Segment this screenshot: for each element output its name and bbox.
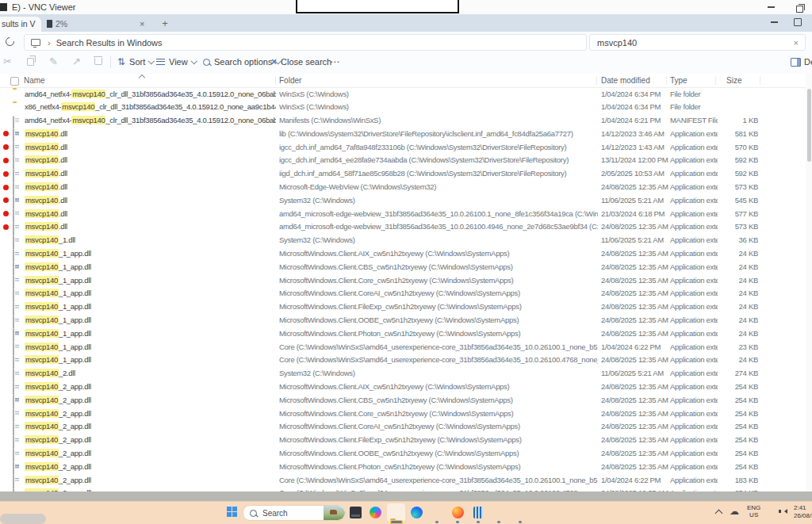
name-post: .dll (59, 196, 67, 205)
table-row[interactable]: msvcp140.dll iigd_dch.inf_amd64_58f71ae8… (0, 167, 806, 181)
explorer-maximize-button[interactable] (787, 16, 809, 29)
table-row[interactable]: msvcp140_1_app.dll MicrosoftWindows.Clie… (0, 247, 806, 261)
volume-icon[interactable] (782, 509, 787, 514)
name-post: _2_app.dll (59, 476, 91, 484)
table-row[interactable]: msvcp140_2_app.dll MicrosoftWindows.Clie… (0, 460, 806, 473)
table-row[interactable]: msvcp140_1_app.dll MicrosoftWindows.Clie… (0, 314, 806, 327)
table-row[interactable]: msvcp140_1.dll System32 (C:\Windows) 11/… (0, 234, 806, 247)
language-indicator[interactable]: ENG US (747, 504, 760, 518)
cell-size: 24 KB (696, 329, 758, 338)
column-header-name[interactable]: Name (24, 76, 45, 85)
table-row[interactable]: msvcp140.dll amd64_microsoft-edge-webvie… (0, 220, 806, 234)
running-indicator (456, 521, 459, 523)
clear-search-icon[interactable]: × (794, 38, 799, 48)
table-row[interactable]: x86_netfx4-msvcp140_clr_dll_31bf3856ad36… (0, 101, 806, 114)
onedrive-cloud-icon[interactable]: ☁ (730, 506, 739, 517)
table-row[interactable]: msvcp140.dll System32 (C:\Windows) 11/06… (0, 193, 806, 207)
column-header-date[interactable]: Date modified (601, 76, 650, 85)
table-row[interactable]: amd64_netfx4-msvcp140_clr_dll_31bf3856ad… (0, 87, 806, 101)
table-row[interactable]: msvcp140_2_app.dll MicrosoftWindows.Clie… (0, 407, 806, 420)
cell-size: 24 KB (696, 262, 758, 271)
details-pane-button[interactable]: Details (791, 54, 812, 70)
name-highlight: msvcp140 (25, 169, 59, 178)
more-options-button[interactable]: ⋯ (330, 54, 340, 70)
column-header-size[interactable]: Size (726, 76, 741, 85)
cell-name: msvcp140_1_app.dll (25, 289, 276, 297)
delete-icon[interactable] (94, 58, 102, 65)
table-row[interactable]: msvcp140.dll Microsoft-Edge-WebView (C:\… (0, 181, 806, 194)
scrollbar-thumb[interactable] (807, 89, 811, 162)
restore-icon (796, 6, 803, 13)
table-row[interactable]: msvcp140_2.dll System32 (C:\Windows) 11/… (0, 367, 806, 381)
sort-label: Sort (129, 57, 145, 67)
table-row[interactable]: msvcp140_2_app.dll MicrosoftWindows.Clie… (0, 420, 806, 434)
table-row[interactable]: msvcp140.dll igcc_dch.inf_amd64_ee28fa9e… (0, 154, 806, 167)
rename-icon[interactable]: ✎ (49, 55, 58, 67)
table-row[interactable]: msvcp140_2_app.dll MicrosoftWindows.Clie… (0, 447, 806, 461)
table-row[interactable]: msvcp140_1_app.dll MicrosoftWindows.Clie… (0, 260, 806, 273)
table-row[interactable]: msvcp140.dll lib (C:\Windows\System32\Dr… (0, 127, 806, 140)
cell-date: 24/08/2025 12:35 AM (601, 222, 668, 231)
edge-icon[interactable] (411, 507, 423, 518)
table-row[interactable]: msvcp140.dll igcc_dch.inf_amd64_7af8a948… (0, 140, 806, 154)
name-pre: amd64_netfx4- (25, 116, 71, 124)
cell-folder: amd64_microsoft-edge-webview_31bf3856ad3… (279, 222, 598, 231)
firefox-icon[interactable] (452, 507, 464, 518)
name-highlight: msvcp140 (25, 235, 59, 244)
striped-app-icon[interactable] (473, 507, 483, 518)
vnc-restore-button[interactable] (788, 2, 810, 15)
table-row[interactable]: msvcp140_2_app.dll Core (C:\Windows\WinS… (0, 473, 806, 487)
cell-name: msvcp140.dll (25, 196, 276, 205)
cell-folder: System32 (C:\Windows) (279, 369, 598, 377)
tab-close-icon[interactable]: × (140, 20, 144, 28)
view-label: View (169, 57, 188, 67)
table-row[interactable]: msvcp140.dll amd64_microsoft-edge-webvie… (0, 207, 806, 220)
start-button[interactable] (227, 507, 237, 517)
table-row[interactable]: msvcp140_2_app.dll MicrosoftWindows.Clie… (0, 434, 806, 447)
new-tab-button[interactable]: + (159, 17, 171, 30)
taskbar-search-box[interactable]: Search (243, 505, 346, 521)
cell-folder: Core (C:\Windows\WinSxS\amd64_userexperi… (279, 355, 598, 364)
taskbar-clock[interactable]: 2:41 26/08/2 (794, 504, 812, 519)
cell-date: 14/12/2023 3:46 AM (601, 129, 668, 138)
dark-app-icon[interactable] (350, 507, 362, 518)
table-row[interactable]: amd64_netfx4-msvcp140_clr_dll_31bf3856ad… (0, 114, 806, 128)
column-header-folder[interactable]: Folder (279, 76, 301, 85)
column-header-type[interactable]: Type (670, 76, 688, 85)
share-icon[interactable]: ↗ (72, 55, 81, 67)
table-row[interactable]: msvcp140_1_app.dll Core (C:\Windows\WinS… (0, 340, 806, 354)
table-row[interactable]: msvcp140_2_app.dll MicrosoftWindows.Clie… (0, 393, 806, 407)
search-options-button[interactable]: Search options (203, 54, 281, 70)
tab-second[interactable]: 2% × (42, 17, 153, 32)
name-highlight: msvcp140 (25, 355, 59, 364)
cell-folder: MicrosoftWindows.Client.Photon_cw5n1h2tx… (279, 462, 598, 471)
name-post: _2_app.dll (59, 422, 91, 430)
table-row[interactable]: msvcp140_1_app.dll Core (C:\Windows\WinS… (0, 354, 806, 367)
vnc-toolbar-box (296, 0, 459, 13)
table-row[interactable]: msvcp140_1_app.dll MicrosoftWindows.Clie… (0, 327, 806, 340)
cell-date: 24/08/2025 12:35 AM (601, 422, 668, 430)
view-button[interactable]: View (156, 54, 196, 70)
in-use-dot-icon (3, 158, 9, 163)
search-input[interactable]: msvcp140 × (589, 34, 806, 51)
copy-icon[interactable] (27, 58, 34, 66)
desktop-strip (0, 491, 812, 501)
vnc-minimize-button[interactable] (760, 1, 782, 13)
copilot-icon[interactable] (370, 507, 381, 518)
name-highlight: msvcp140 (25, 196, 59, 205)
breadcrumb[interactable]: › Search Results in Windows (24, 34, 587, 51)
sort-button[interactable]: ⇅ Sort (117, 54, 154, 70)
table-row[interactable]: msvcp140_1_app.dll MicrosoftWindows.Clie… (0, 287, 806, 300)
cut-icon[interactable]: ✂ (3, 55, 12, 67)
table-row[interactable]: msvcp140_1_app.dll MicrosoftWindows.Clie… (0, 273, 806, 287)
tab-search-results[interactable]: sults in V × (0, 17, 41, 32)
table-row[interactable]: msvcp140_2_app.dll MicrosoftWindows.Clie… (0, 381, 806, 394)
breadcrumb-location[interactable]: Search Results in Windows (56, 38, 163, 48)
close-search-button[interactable]: × Close search (271, 54, 331, 70)
running-indicator (477, 521, 480, 523)
explorer-minimize-button[interactable] (763, 16, 785, 29)
cell-folder: MicrosoftWindows.Client.AIX_cw5n1h2txyew… (279, 382, 598, 391)
cell-name: msvcp140_2_app.dll (25, 462, 276, 471)
table-row[interactable]: msvcp140_1_app.dll MicrosoftWindows.Clie… (0, 300, 806, 314)
select-all-checkbox[interactable] (10, 77, 19, 86)
